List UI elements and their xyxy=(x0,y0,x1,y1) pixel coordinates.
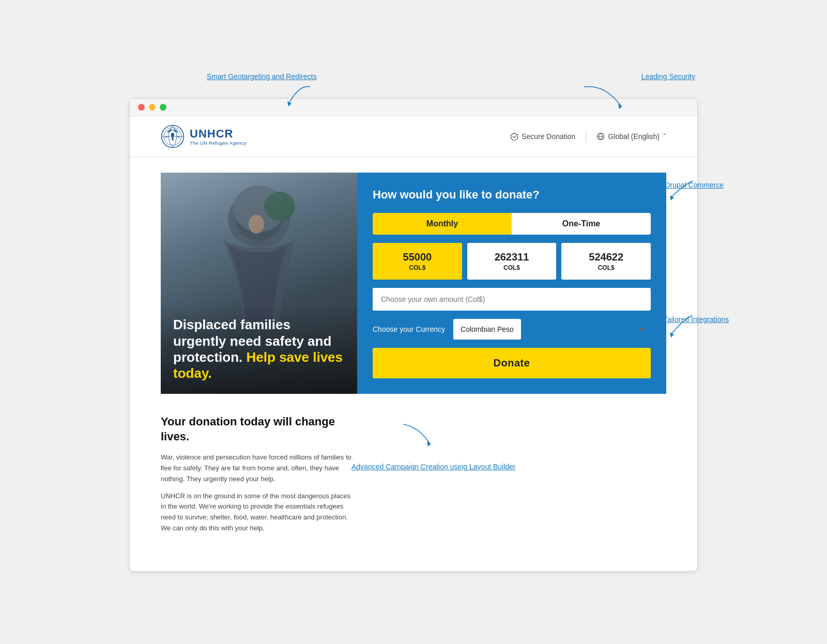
svg-point-15 xyxy=(264,192,295,221)
amount-currency-1: COL$ xyxy=(472,264,552,271)
donate-button[interactable]: Donate xyxy=(373,348,651,378)
amount-number-2: 524622 xyxy=(566,251,646,263)
currency-label: Choose your Currency xyxy=(373,325,445,333)
main-content: Displaced families urgently need safety … xyxy=(130,157,697,571)
dot-yellow xyxy=(149,104,156,111)
annotation-advanced-campaign: Advanced Campaign Creation using Layout … xyxy=(351,463,516,471)
campaign-image-overlay: Displaced families urgently need safety … xyxy=(161,304,357,394)
currency-row: Choose your Currency Colombian Peso US D… xyxy=(373,319,651,340)
logo-name: UNHCR xyxy=(190,127,247,141)
shield-icon xyxy=(510,132,518,141)
monthly-button[interactable]: Monthly xyxy=(373,213,512,235)
annotation-leading-security: Leading Security xyxy=(641,72,695,81)
lang-dropdown-arrow: ˅ xyxy=(663,132,666,141)
bottom-paragraph-2: UNHCR is on the ground in some of the mo… xyxy=(161,491,357,534)
arrow-tailored xyxy=(656,313,698,344)
currency-select[interactable]: Colombian Peso US Dollar Euro xyxy=(453,319,521,340)
secure-donation-label: Secure Donation xyxy=(522,132,575,141)
logo-text-block: UNHCR The UN Refugee Agency xyxy=(190,127,247,146)
amount-number-1: 262311 xyxy=(472,251,552,263)
arrow-leading-security xyxy=(574,82,636,118)
onetime-button[interactable]: One-Time xyxy=(512,213,651,235)
amount-currency-2: COL$ xyxy=(566,264,646,271)
bottom-paragraph-1: War, violence and persecution have force… xyxy=(161,452,357,484)
arrow-drupal xyxy=(656,178,698,209)
amount-button-0[interactable]: 55000 COL$ xyxy=(373,243,462,280)
browser-frame: UNHCR The UN Refugee Agency Secure Donat… xyxy=(129,98,698,572)
svg-point-16 xyxy=(249,215,264,234)
global-lang-label: Global (English) xyxy=(608,132,660,141)
amount-currency-0: COL$ xyxy=(378,264,457,271)
site-header: UNHCR The UN Refugee Agency Secure Donat… xyxy=(130,116,697,157)
amount-number-0: 55000 xyxy=(378,251,457,263)
arrow-smart-geo xyxy=(269,82,320,113)
dot-green xyxy=(160,104,166,111)
donation-form-title: How would you like to donate? xyxy=(373,188,651,202)
svg-point-9 xyxy=(171,133,174,137)
secure-donation: Secure Donation xyxy=(510,132,575,141)
dot-red xyxy=(138,104,145,111)
currency-select-wrapper: Colombian Peso US Dollar Euro xyxy=(453,319,651,340)
global-lang-selector[interactable]: Global (English) ˅ xyxy=(596,132,666,141)
logo-tagline: The UN Refugee Agency xyxy=(190,141,247,146)
campaign-row: Displaced families urgently need safety … xyxy=(161,173,666,394)
campaign-image: Displaced families urgently need safety … xyxy=(161,173,357,394)
amount-button-2[interactable]: 524622 COL$ xyxy=(561,243,651,280)
header-right: Secure Donation Global (English) ˅ xyxy=(510,131,666,142)
arrow-advanced xyxy=(388,419,439,450)
donation-form: How would you like to donate? Monthly On… xyxy=(357,173,666,394)
campaign-headline: Displaced families urgently need safety … xyxy=(173,317,345,381)
bottom-title: Your donation today will change lives. xyxy=(161,415,357,444)
globe-icon xyxy=(596,132,605,141)
custom-amount-input[interactable] xyxy=(373,288,651,311)
frequency-toggle: Monthly One-Time xyxy=(373,213,651,235)
header-divider xyxy=(586,131,586,142)
amount-options: 55000 COL$ 262311 COL$ 524622 COL$ xyxy=(373,243,651,280)
annotation-smart-geo: Smart Geotargeting and Redirects xyxy=(207,72,316,81)
logo-area: UNHCR The UN Refugee Agency xyxy=(161,125,247,148)
unhcr-logo-icon xyxy=(161,125,185,148)
amount-button-1[interactable]: 262311 COL$ xyxy=(467,243,557,280)
